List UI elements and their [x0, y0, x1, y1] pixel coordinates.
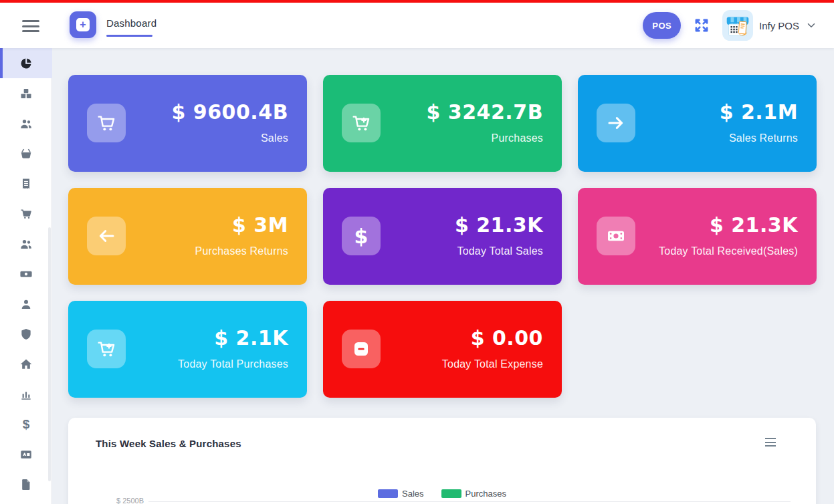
receipt-icon	[19, 177, 33, 191]
stat-value: $ 21.3K	[342, 213, 543, 237]
brand-menu[interactable]: Infy POS	[722, 10, 817, 41]
stat-card-purchases-returns: $ 3M Purchases Returns	[68, 188, 307, 285]
page-title: Dashboard	[106, 17, 157, 29]
id-card-icon	[19, 448, 33, 461]
page-title-underline	[106, 35, 152, 37]
sidebar-item-sales-receipts[interactable]	[0, 168, 52, 199]
file-icon	[19, 478, 33, 491]
sidebar-item-currency[interactable]: $	[0, 409, 52, 439]
legend-label: Sales	[402, 489, 424, 499]
stat-card-today-total-sales: $ $ 21.3K Today Total Sales	[323, 188, 562, 285]
stat-card-sales-returns: $ 2.1M Sales Returns	[578, 75, 817, 172]
stat-label: Today Total Expense	[329, 358, 543, 370]
cash-icon	[19, 267, 33, 281]
stat-label: Sales	[74, 132, 288, 144]
fullscreen-icon[interactable]	[693, 17, 710, 34]
sidebar-item-pages[interactable]	[0, 469, 52, 499]
weekly-sales-purchases-chart-card: This Week Sales & Purchases Sales Purcha…	[68, 418, 816, 504]
stat-label: Purchases	[329, 132, 543, 144]
stat-label: Today Total Purchases	[74, 358, 288, 370]
products-boxes-icon	[19, 87, 33, 100]
sidebar-scrollbar[interactable]	[48, 227, 51, 481]
sidebar-item-purchases-cart[interactable]	[0, 199, 52, 229]
stat-value: $ 2.1K	[88, 326, 288, 350]
sidebar-item-warehouse[interactable]	[0, 349, 52, 379]
stat-value: $ 0.00	[342, 326, 543, 350]
stat-cards-grid: $ 9600.4B Sales $ 3242.7B Purchases $ 2.…	[68, 75, 817, 398]
hamburger-icon[interactable]	[21, 19, 40, 33]
stat-value: $ 9600.4B	[88, 100, 288, 124]
chart-menu-icon[interactable]	[765, 438, 776, 447]
sidebar-item-roles[interactable]	[0, 319, 52, 349]
person-icon	[19, 297, 33, 311]
stat-label: Purchases Returns	[74, 245, 288, 257]
sidebar-item-language[interactable]	[0, 439, 52, 469]
dollar-icon: $	[23, 418, 30, 430]
header: + Dashboard POS	[0, 3, 834, 48]
legend-item-purchases[interactable]: Purchases	[441, 489, 506, 499]
stat-card-today-total-expense: $ 0.00 Today Total Expense	[323, 301, 562, 398]
store-logo-icon	[722, 10, 753, 41]
stat-card-today-total-received: $ 21.3K Today Total Received(Sales)	[578, 188, 817, 285]
sidebar: $	[0, 48, 52, 504]
app-logo-button[interactable]: +	[70, 11, 96, 38]
sidebar-item-products[interactable]	[0, 78, 52, 108]
legend-swatch-purchases	[441, 489, 461, 498]
sidebar-item-reports[interactable]	[0, 379, 52, 409]
brand-name: Infy POS	[759, 20, 799, 31]
stat-value: $ 2.1M	[597, 100, 798, 124]
sidebar-item-pos-basket[interactable]	[0, 138, 52, 168]
basket-icon	[19, 147, 33, 160]
bar-chart-icon	[19, 388, 33, 401]
stat-value: $ 3M	[88, 213, 288, 237]
stat-label: Today Total Sales	[329, 245, 543, 257]
team-icon	[19, 237, 33, 251]
cart-icon	[19, 207, 33, 221]
shield-icon	[19, 328, 33, 341]
sidebar-item-expenses[interactable]	[0, 259, 52, 289]
chevron-down-icon	[805, 19, 817, 31]
chart-legend: Sales Purchases	[68, 489, 816, 499]
chart-title: This Week Sales & Purchases	[96, 438, 241, 449]
top-loader-bar	[0, 0, 834, 3]
stat-card-today-total-purchases: $ 2.1K Today Total Purchases	[68, 301, 307, 398]
users-group-icon	[19, 117, 33, 130]
stat-label: Sales Returns	[584, 132, 798, 144]
stat-card-sales: $ 9600.4B Sales	[68, 75, 307, 172]
pie-chart-icon	[19, 57, 33, 70]
home-icon	[19, 358, 33, 371]
sidebar-item-customers[interactable]	[0, 108, 52, 138]
sidebar-item-suppliers[interactable]	[0, 229, 52, 259]
app-logo-plus-icon: +	[76, 18, 90, 31]
main-content: $ 9600.4B Sales $ 3242.7B Purchases $ 2.…	[52, 48, 834, 504]
pos-button[interactable]: POS	[643, 12, 681, 39]
stat-value: $ 3242.7B	[342, 100, 543, 124]
sidebar-item-users[interactable]	[0, 289, 52, 319]
stat-value: $ 21.3K	[597, 213, 798, 237]
legend-swatch-sales	[378, 489, 398, 498]
y-axis-top-tick: $ 2500B	[100, 497, 144, 504]
chart-gridline	[148, 501, 791, 502]
page-title-wrap: Dashboard	[106, 17, 157, 37]
legend-label: Purchases	[465, 489, 506, 499]
legend-item-sales[interactable]: Sales	[378, 489, 424, 499]
stat-card-purchases: $ 3242.7B Purchases	[323, 75, 562, 172]
stat-label: Today Total Received(Sales)	[584, 245, 798, 257]
sidebar-item-dashboard[interactable]	[0, 48, 52, 78]
